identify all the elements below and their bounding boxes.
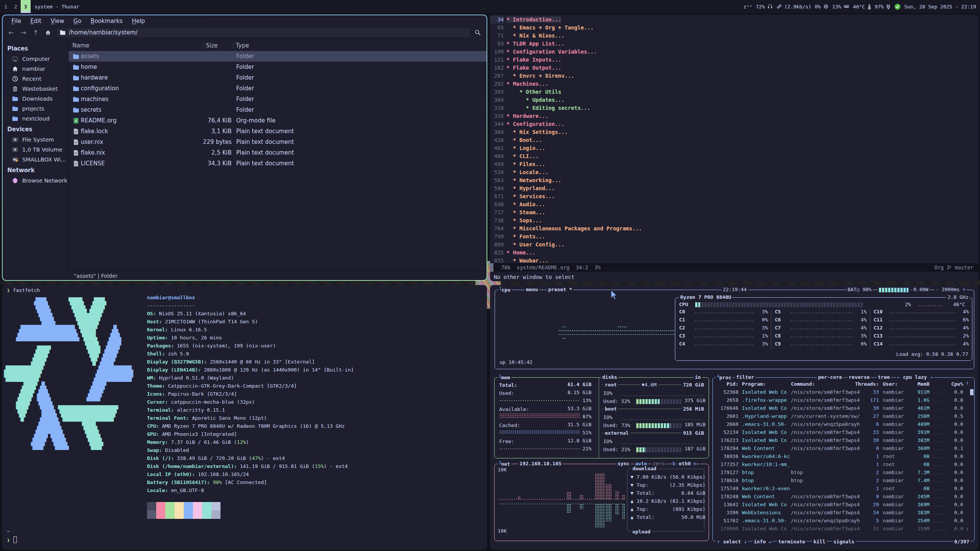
workspace-button[interactable]: 3 — [21, 0, 31, 13]
file-row[interactable]: machines Folder — [69, 94, 487, 104]
disks-label[interactable]: disks — [601, 374, 618, 380]
file-row[interactable]: LICENSE 34,3 KiB Plain text document — [69, 158, 487, 169]
systemd-status[interactable] — [894, 3, 901, 10]
org-heading-line[interactable]: 534 * Locale... — [490, 168, 979, 176]
file-row[interactable]: flake.nix 2,5 KiB Plain text document — [69, 147, 487, 158]
process-row[interactable]: 38936 kworker/u64:6-kc 1 root 0B .......… — [715, 452, 972, 460]
org-heading-line[interactable]: 461 * Login... — [490, 144, 979, 152]
path-bar[interactable]: /home/nambiar/system/ — [56, 28, 470, 38]
kill-button[interactable]: kill — [812, 539, 826, 544]
column-name[interactable]: Name — [69, 42, 203, 49]
modeline-mode[interactable]: Org — [934, 264, 944, 271]
info-button[interactable]: info ↵ — [753, 539, 773, 544]
org-heading-line[interactable]: 809 * User Config... — [490, 241, 979, 249]
sidebar-item[interactable]: SMALLBOX Wi... — [3, 155, 68, 165]
process-row[interactable]: 52134 Isolated Web Co /nix/store/sm8fmrf… — [715, 428, 972, 436]
org-heading-line[interactable]: 282* Machines... — [490, 80, 979, 88]
sidebar-item[interactable]: nambiar — [3, 64, 68, 74]
menu-item[interactable]: Edit — [26, 16, 46, 26]
sidebar-item[interactable]: File System — [3, 135, 68, 145]
file-row[interactable]: configuration Folder — [69, 83, 487, 94]
git-branch-name[interactable]: master — [955, 264, 973, 271]
org-heading-line[interactable]: 698 * Audio... — [490, 201, 979, 209]
process-row[interactable]: 2601 .Hyprland-wrapp /run/current-system… — [715, 412, 972, 420]
process-row[interactable]: 177257 kworker/10:1-mm_ 1 root 0B ......… — [715, 460, 972, 468]
process-row[interactable]: 175749 kworker/6:2-even 1 root 0B ......… — [715, 484, 972, 492]
net-sync-button[interactable]: sync — [616, 461, 630, 466]
filter-button[interactable]: filter — [735, 374, 755, 380]
org-heading-line[interactable]: 109* Configuration Variables... — [490, 48, 979, 56]
org-heading-line[interactable]: 93* TLDR App List... — [490, 40, 979, 48]
sidebar-item[interactable]: Wastebasket — [3, 84, 68, 94]
process-row[interactable]: 178294 Web Content /nix/store/sm8fmrf3wp… — [715, 444, 972, 452]
sidebar-item[interactable]: projects — [3, 104, 68, 114]
menu-item[interactable]: View — [46, 16, 69, 26]
mem-box-label[interactable]: 2mem — [498, 374, 511, 380]
file-row[interactable]: home Folder — [69, 62, 487, 72]
sidebar-item[interactable]: Downloads — [3, 94, 68, 104]
org-heading-line[interactable]: 316* Hardware... — [490, 112, 979, 120]
process-row[interactable]: 179127 btop btop 2 nambiar 7.3M ........… — [715, 468, 972, 476]
process-row[interactable]: 176223 Isolated Web Co /nix/store/sm8fmr… — [715, 436, 972, 444]
sidebar-item[interactable]: Browse Network — [3, 176, 68, 186]
temperature-module[interactable]: 46°C — [853, 4, 871, 10]
workspace-button[interactable]: 1 — [1, 0, 11, 13]
org-heading-line[interactable]: 499 * Files... — [490, 160, 979, 168]
org-heading-line[interactable]: 344* Configuration... — [490, 120, 979, 128]
volume-module[interactable]: 72% — [756, 4, 773, 10]
process-row[interactable]: 52368 Isolated Web Co /nix/store/sm8fmrf… — [715, 388, 972, 396]
org-heading-line[interactable]: 717 * Steam... — [490, 209, 979, 217]
process-row[interactable]: 13642 Isolated Web Co /nix/store/sm8fmrf… — [715, 500, 972, 509]
menu-button[interactable]: menu — [525, 287, 539, 292]
process-row[interactable]: 178616 btop btop 2 nambiar 7.4M ........… — [715, 476, 972, 484]
file-row[interactable]: flake.lock 3,1 KiB Plain text document — [69, 126, 487, 137]
org-heading-line[interactable]: 563 * Networking... — [490, 176, 979, 184]
org-heading-line[interactable]: 71 * Nix & Nixos... — [490, 32, 979, 40]
net-iface-next[interactable]: n→ — [692, 461, 701, 466]
column-type[interactable]: Type — [233, 42, 249, 49]
clock-module[interactable]: Sun, 28 Sep 2025 - 22:19 — [904, 4, 976, 10]
process-row[interactable]: 178248 Web Content /nix/store/sm8fmrf3wp… — [715, 492, 972, 500]
idle-inhibitor[interactable]: zᶻᶻ — [743, 4, 752, 10]
reverse-button[interactable]: reverse — [848, 374, 871, 380]
org-heading-line[interactable]: 267 * Envrc + Direnv... — [490, 72, 979, 80]
tree-button[interactable]: tree — [877, 374, 891, 380]
select-button[interactable]: ↑ select ↓ — [716, 539, 748, 544]
org-heading-line[interactable]: 825* Home... — [490, 249, 979, 257]
process-row[interactable]: 2658 .firefox-wrappe /nix/store/sm8fmrf3… — [715, 396, 972, 404]
org-heading-line[interactable]: 310 * Editing secrets... — [490, 104, 979, 112]
menu-item[interactable]: Go — [69, 16, 86, 26]
org-heading-line[interactable]: 384 * Nix Settings... — [490, 128, 979, 136]
sidebar-item[interactable]: nextcloud — [3, 114, 68, 124]
org-heading-line[interactable]: 428 * Boot... — [490, 136, 979, 144]
file-row[interactable]: user.nix 229 bytes Plain text document — [69, 137, 487, 147]
net-iface-prev[interactable]: ←b — [668, 461, 677, 466]
org-heading-line[interactable]: 65 * Emacs + Org + Tangle... — [490, 24, 979, 32]
workspace-button[interactable]: 2 — [11, 0, 21, 13]
back-button[interactable]: ← — [6, 28, 16, 38]
process-row[interactable]: 176646 Isolated Web Co /nix/store/sm8fmr… — [715, 404, 972, 412]
prompt-line[interactable]: ❯ — [7, 536, 17, 544]
column-size[interactable]: Size — [203, 42, 233, 49]
org-heading-line[interactable]: 303 * Other Utils — [490, 88, 979, 96]
menu-item[interactable]: File — [7, 16, 25, 26]
network-module[interactable]: (2.9kb/s) — [776, 4, 811, 10]
file-row[interactable]: hardware Folder — [69, 72, 487, 83]
file-row[interactable]: secrets Folder — [69, 104, 487, 115]
sidebar-item[interactable]: 1,0 TB Volume — [3, 145, 68, 155]
process-row[interactable]: 51762 .emacs-31.0.50- /nix/store/wnqz5pa… — [715, 517, 972, 525]
sidebar-item[interactable]: Computer — [3, 54, 68, 64]
menu-item[interactable]: Help — [127, 16, 149, 26]
process-row[interactable]: 2660 .emacs-31.0.50- /nix/store/wnqz5pa8… — [715, 420, 972, 428]
process-row[interactable]: 3390 WebExtensions /nix/store/sm8fmrf3wp… — [715, 509, 972, 517]
org-heading-line[interactable]: 584 * Hyprland... — [490, 184, 979, 192]
org-heading-line[interactable]: 121* Flake Inputs... — [490, 56, 979, 64]
org-heading-line[interactable]: 799 * Fonts... — [490, 233, 979, 241]
org-heading-line[interactable]: 764 * Miscellaneous Packages and Program… — [490, 225, 979, 233]
menu-item[interactable]: Bookmarks — [87, 16, 127, 26]
org-heading-line[interactable]: 34* Introduction... — [490, 16, 979, 24]
signals-button[interactable]: signals — [832, 539, 856, 544]
sort-selector[interactable]: ← cpu lazy → — [896, 374, 934, 380]
up-button[interactable]: ↑ — [30, 28, 41, 38]
sort-arrow[interactable]: ↑ — [966, 380, 969, 386]
